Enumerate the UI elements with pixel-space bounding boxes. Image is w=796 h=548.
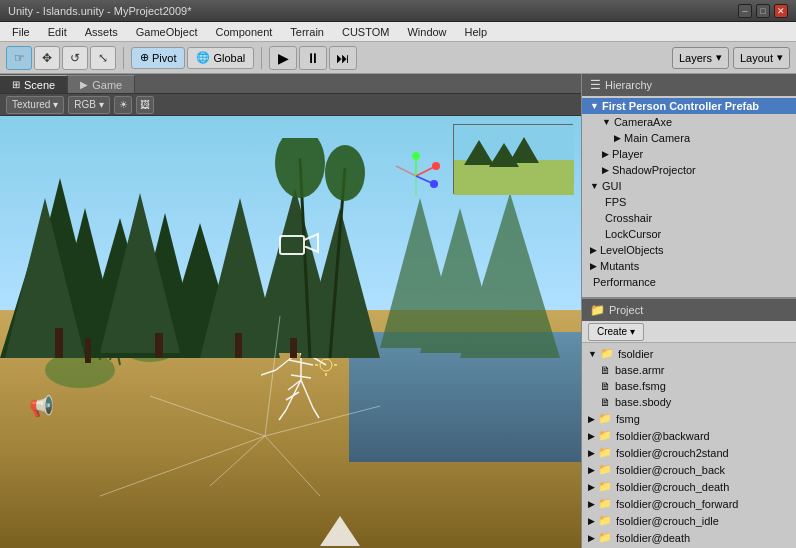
hierarchy-item-performance[interactable]: Performance: [582, 274, 796, 290]
channel-dropdown[interactable]: RGB ▾: [68, 96, 110, 114]
rotate-tool-button[interactable]: ↺: [62, 46, 88, 70]
sun-icon-btn[interactable]: ☀: [114, 96, 132, 114]
hierarchy-content[interactable]: ▼ First Person Controller Prefab ▼ Camer…: [582, 96, 796, 297]
pause-button[interactable]: ⏸: [299, 46, 327, 70]
expand-icon: ▶: [614, 133, 621, 143]
layout-dropdown[interactable]: Layout ▾: [733, 47, 790, 69]
menu-window[interactable]: Window: [399, 24, 454, 40]
expand-icon: ▶: [590, 245, 597, 255]
right-panel: ☰ Hierarchy ▼ First Person Controller Pr…: [581, 74, 796, 548]
create-button[interactable]: Create ▾: [588, 323, 644, 341]
toolbar-right: Layers ▾ Layout ▾: [672, 47, 790, 69]
project-item-fsoldier[interactable]: ▼ 📁 fsoldier: [582, 345, 796, 362]
hierarchy-item-fps[interactable]: FPS: [582, 194, 796, 210]
pivot-button[interactable]: ⊕ Pivot: [131, 47, 185, 69]
project-header: 📁 Project: [582, 299, 796, 321]
hierarchy-title: Hierarchy: [605, 79, 652, 91]
hierarchy-item-label: LockCursor: [605, 228, 661, 240]
hierarchy-item-lockcursor[interactable]: LockCursor: [582, 226, 796, 242]
tab-game[interactable]: ▶ Game: [68, 75, 135, 93]
project-item-fsoldier-crouch-back[interactable]: ▶ 📁 fsoldier@crouch_back: [582, 461, 796, 478]
project-toolbar: Create ▾: [582, 321, 796, 343]
project-item-fsoldier-crouch2stand[interactable]: ▶ 📁 fsoldier@crouch2stand: [582, 444, 796, 461]
scene-toolbar: Textured ▾ RGB ▾ ☀ 🖼: [0, 94, 581, 116]
hierarchy-item-gui[interactable]: ▼ GUI: [582, 178, 796, 194]
folder-icon: 📁: [598, 514, 612, 527]
menu-component[interactable]: Component: [207, 24, 280, 40]
scene-tab-bar: ⊞ Scene ▶ Game: [0, 74, 581, 94]
expand-icon: ▶: [590, 261, 597, 271]
minimize-button[interactable]: –: [738, 4, 752, 18]
hierarchy-item-player[interactable]: ▶ Player: [582, 146, 796, 162]
project-item-base-fsmg[interactable]: 🗎 base.fsmg: [582, 378, 796, 394]
speaker-icon: 📢: [29, 394, 54, 418]
hierarchy-item-cameraaxe[interactable]: ▼ CameraAxe: [582, 114, 796, 130]
hierarchy-item-crosshair[interactable]: Crosshair: [582, 210, 796, 226]
create-label: Create: [597, 326, 627, 337]
hierarchy-item-maincamera[interactable]: ▶ Main Camera: [582, 130, 796, 146]
viewport[interactable]: 📢: [0, 116, 581, 548]
menu-custom[interactable]: CUSTOM: [334, 24, 397, 40]
hierarchy-item-mutants[interactable]: ▶ Mutants: [582, 258, 796, 274]
expand-icon: ▶: [588, 448, 595, 458]
menu-gameobject[interactable]: GameObject: [128, 24, 206, 40]
project-item-base-sbody[interactable]: 🗎 base.sbody: [582, 394, 796, 410]
hierarchy-item-levelobjects[interactable]: ▶ LevelObjects: [582, 242, 796, 258]
channel-label: RGB: [74, 99, 96, 110]
create-chevron: ▾: [630, 326, 635, 337]
game-tab-icon: ▶: [80, 79, 88, 90]
hierarchy-item-label: Performance: [593, 276, 656, 288]
hierarchy-item-label: FPS: [605, 196, 626, 208]
close-button[interactable]: ✕: [774, 4, 788, 18]
hand-tool-button[interactable]: ☞: [6, 46, 32, 70]
toolbar: ☞ ✥ ↺ ⤡ ⊕ Pivot 🌐 Global ▶ ⏸ ⏭ Layers ▾ …: [0, 42, 796, 74]
tab-scene[interactable]: ⊞ Scene: [0, 75, 68, 93]
expand-icon: ▶: [588, 482, 595, 492]
move-tool-button[interactable]: ✥: [34, 46, 60, 70]
layers-dropdown[interactable]: Layers ▾: [672, 47, 729, 69]
project-item-fsoldier-crouch-idle[interactable]: ▶ 📁 fsoldier@crouch_idle: [582, 512, 796, 529]
folder-icon: 📁: [598, 531, 612, 544]
play-button[interactable]: ▶: [269, 46, 297, 70]
step-button[interactable]: ⏭: [329, 46, 357, 70]
global-button[interactable]: 🌐 Global: [187, 47, 254, 69]
project-item-label: fsoldier@crouch_back: [616, 464, 725, 476]
folder-icon: 📁: [598, 412, 612, 425]
menu-help[interactable]: Help: [457, 24, 496, 40]
chevron-down-icon-2: ▾: [777, 51, 783, 64]
project-item-fsoldier-crouch-death[interactable]: ▶ 📁 fsoldier@crouch_death: [582, 478, 796, 495]
project-content[interactable]: ▼ 📁 fsoldier 🗎 base.armr 🗎 base.fsmg 🗎 b…: [582, 343, 796, 548]
menu-edit[interactable]: Edit: [40, 24, 75, 40]
project-item-fsoldier-crouch-forward[interactable]: ▶ 📁 fsoldier@crouch_forward: [582, 495, 796, 512]
folder-icon: 📁: [598, 446, 612, 459]
project-item-fsoldier-death[interactable]: ▶ 📁 fsoldier@death: [582, 529, 796, 546]
hierarchy-item-fpc[interactable]: ▼ First Person Controller Prefab: [582, 98, 796, 114]
image-icon-btn[interactable]: 🖼: [136, 96, 154, 114]
project-item-label: base.armr: [615, 364, 665, 376]
pivot-group: ⊕ Pivot 🌐 Global: [131, 47, 254, 69]
hierarchy-panel: ☰ Hierarchy ▼ First Person Controller Pr…: [582, 74, 796, 299]
menu-terrain[interactable]: Terrain: [282, 24, 332, 40]
main-content: ⊞ Scene ▶ Game Textured ▾ RGB ▾ ☀ 🖼: [0, 74, 796, 548]
svg-rect-16: [155, 333, 163, 358]
menu-assets[interactable]: Assets: [77, 24, 126, 40]
expand-icon: ▶: [588, 414, 595, 424]
svg-rect-17: [235, 333, 242, 358]
folder-icon: 📁: [598, 480, 612, 493]
menu-file[interactable]: File: [4, 24, 38, 40]
expand-icon: ▶: [588, 465, 595, 475]
scale-tool-button[interactable]: ⤡: [90, 46, 116, 70]
global-label: Global: [213, 52, 245, 64]
hierarchy-item-label: LevelObjects: [600, 244, 664, 256]
project-item-label: fsoldier@crouch_death: [616, 481, 729, 493]
hierarchy-item-label: Main Camera: [624, 132, 690, 144]
project-item-label: fsoldier@backward: [616, 430, 710, 442]
hierarchy-item-shadowprojector[interactable]: ▶ ShadowProjector: [582, 162, 796, 178]
file-icon: 🗎: [600, 380, 611, 392]
project-item-base-armr[interactable]: 🗎 base.armr: [582, 362, 796, 378]
chevron-down-icon: ▾: [716, 51, 722, 64]
project-item-fsoldier-backward[interactable]: ▶ 📁 fsoldier@backward: [582, 427, 796, 444]
maximize-button[interactable]: □: [756, 4, 770, 18]
project-item-fsmg[interactable]: ▶ 📁 fsmg: [582, 410, 796, 427]
shading-dropdown[interactable]: Textured ▾: [6, 96, 64, 114]
